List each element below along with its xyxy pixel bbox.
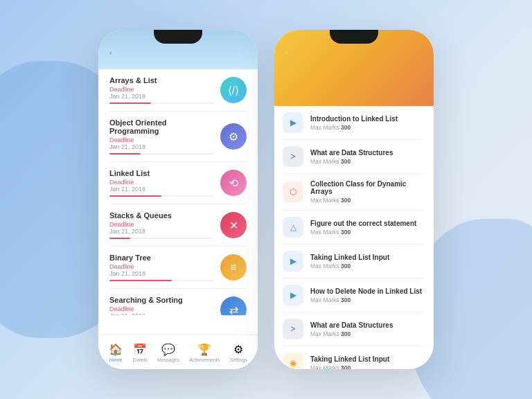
nav-item-achievements[interactable]: 🏆 Achievements <box>189 343 220 362</box>
topic-progress-fill <box>109 195 161 197</box>
topic-date: Jan 21, 2018 <box>109 186 213 193</box>
lesson-title: What are Data Structures <box>310 149 425 157</box>
topic-icon: ⟨/⟩ <box>220 77 247 103</box>
lesson-marks: Max Marks 300 <box>310 197 425 204</box>
back-chevron-left: ‹ <box>109 49 112 57</box>
topic-info: Stacks & Queues Deadline Jan 21, 2018 <box>109 211 213 239</box>
topic-info: Object Oriented Programming Deadline Jan… <box>109 118 213 154</box>
nav-icon: 💬 <box>161 343 175 356</box>
lesson-info: Taking Linked List Input Max Marks 300 <box>310 355 425 370</box>
lesson-item[interactable]: ⬡ Collection Class for Dynamic Arrays Ma… <box>283 174 425 211</box>
topic-name: Searching & Sorting <box>109 296 213 304</box>
lesson-marks: Max Marks 300 <box>310 124 425 131</box>
topic-deadline-label: Deadline <box>109 305 213 312</box>
topic-name: Arrays & List <box>109 76 213 85</box>
nav-item-messages[interactable]: 💬 Messages <box>157 343 179 362</box>
nav-icon: 📅 <box>133 343 147 356</box>
lesson-marks: Max Marks 300 <box>310 296 425 303</box>
topic-info: Linked List Deadline Jan 21, 2018 <box>109 169 213 197</box>
topic-name: Object Oriented Programming <box>109 118 213 135</box>
lessons-list: ▶ Introduction to Linked List Max Marks … <box>274 106 434 369</box>
topic-icon: ⚙ <box>220 123 247 150</box>
lesson-info: Taking Linked List Input Max Marks 300 <box>310 254 425 269</box>
lesson-item[interactable]: > What are Data Structures Max Marks 300 <box>283 140 425 174</box>
topic-progress-bar <box>109 195 213 197</box>
lesson-marks: Max Marks 300 <box>310 229 425 236</box>
lesson-info: What are Data Structures Max Marks 300 <box>310 149 425 165</box>
topic-info: Searching & Sorting Deadline Jan 21, 201… <box>109 296 213 315</box>
lesson-marks: Max Marks 300 <box>310 263 425 269</box>
topic-date: Jan 21, 2018 <box>109 93 213 100</box>
lesson-item[interactable]: ▶ Taking Linked List Input Max Marks 300 <box>283 245 425 278</box>
nav-icon: 🏆 <box>197 343 211 356</box>
lesson-info: How to Delete Node in Linked List Max Ma… <box>310 287 425 303</box>
lesson-item[interactable]: ▶ How to Delete Node in Linked List Max … <box>283 278 425 312</box>
lesson-marks: Max Marks 300 <box>310 158 425 165</box>
topics-list: Arrays & List Deadline Jan 21, 2018 ⟨/⟩ … <box>98 69 258 315</box>
right-phone: ‹ ▶ Introduction to Linked List Max Mark… <box>274 30 434 369</box>
lesson-icon: ⬡ <box>283 181 303 202</box>
lesson-info: Figure out the correct statement Max Mar… <box>310 220 425 236</box>
nav-label: Messages <box>157 357 179 362</box>
nav-label: Achievements <box>189 357 220 362</box>
topic-date: Jan 21, 2018 <box>109 270 213 277</box>
topic-progress-bar <box>109 103 213 104</box>
lesson-marks: Max Marks 300 <box>310 330 425 337</box>
back-link-right[interactable]: ‹ <box>285 49 423 56</box>
lesson-item[interactable]: ◉ Taking Linked List Input Max Marks 300 <box>283 346 425 369</box>
topic-info: Binary Tree Deadline Jan 21, 2018 <box>109 254 213 281</box>
topic-item[interactable]: Stacks & Queues Deadline Jan 21, 2018 ✕ <box>109 204 247 247</box>
lesson-info: Introduction to Linked List Max Marks 30… <box>310 115 425 131</box>
lesson-item[interactable]: > What are Data Structures Max Marks 300 <box>283 312 425 346</box>
lesson-icon: ▶ <box>283 112 303 133</box>
lesson-title: Taking Linked List Input <box>310 254 425 261</box>
topic-name: Linked List <box>109 169 213 177</box>
topic-item[interactable]: Linked List Deadline Jan 21, 2018 ⟲ <box>109 162 247 204</box>
topic-deadline-label: Deadline <box>109 86 213 93</box>
lesson-info: What are Data Structures Max Marks 300 <box>310 321 425 337</box>
topic-item[interactable]: Arrays & List Deadline Jan 21, 2018 ⟨/⟩ <box>109 69 247 112</box>
phone-notch-left <box>154 30 202 44</box>
topic-progress-bar <box>109 238 213 239</box>
topic-item[interactable]: Object Oriented Programming Deadline Jan… <box>109 112 247 162</box>
back-link-left[interactable]: ‹ <box>109 49 247 57</box>
lesson-icon: △ <box>283 217 303 238</box>
lesson-icon: ◉ <box>283 353 303 369</box>
lesson-icon: > <box>283 319 303 339</box>
topic-deadline-label: Deadline <box>109 179 213 186</box>
lesson-title: What are Data Structures <box>310 321 425 329</box>
lesson-marks: Max Marks 300 <box>310 364 425 370</box>
lesson-title: Figure out the correct statement <box>310 220 425 227</box>
back-chevron-right: ‹ <box>285 49 287 56</box>
lesson-item[interactable]: △ Figure out the correct statement Max M… <box>283 211 425 245</box>
lesson-icon: ▶ <box>283 251 303 272</box>
topic-item[interactable]: Binary Tree Deadline Jan 21, 2018 ≡ <box>109 247 247 289</box>
lesson-title: How to Delete Node in Linked List <box>310 287 425 295</box>
bottom-nav: 🏠 Home 📅 Events 💬 Messages 🏆 Achievement… <box>98 335 258 369</box>
lesson-title: Collection Class for Dynamic Arrays <box>310 180 425 195</box>
topic-icon: ⇄ <box>220 296 247 315</box>
topic-date: Jan 21, 2018 <box>109 228 213 235</box>
left-phone: ‹ Arrays & List Deadline Jan 21, 2018 ⟨/… <box>98 30 258 369</box>
topic-name: Binary Tree <box>109 254 213 262</box>
topic-icon: ⟲ <box>220 170 247 196</box>
nav-item-home[interactable]: 🏠 Home <box>109 343 123 362</box>
phones-container: ‹ Arrays & List Deadline Jan 21, 2018 ⟨/… <box>98 30 434 369</box>
topic-name: Stacks & Queues <box>109 211 213 220</box>
lesson-icon: > <box>283 146 303 167</box>
topic-icon: ≡ <box>220 254 247 281</box>
nav-label: Home <box>109 357 123 362</box>
topic-icon: ✕ <box>220 212 247 238</box>
lesson-icon: ▶ <box>283 285 303 305</box>
lesson-title: Taking Linked List Input <box>310 355 425 363</box>
topic-progress-bar <box>109 280 213 281</box>
lesson-info: Collection Class for Dynamic Arrays Max … <box>310 180 425 204</box>
nav-icon: ⚙ <box>233 343 243 356</box>
nav-label: Events <box>132 357 147 362</box>
lesson-item[interactable]: ▶ Introduction to Linked List Max Marks … <box>283 106 425 140</box>
lesson-title: Introduction to Linked List <box>310 115 425 123</box>
nav-item-events[interactable]: 📅 Events <box>132 343 147 362</box>
nav-icon: 🏠 <box>109 343 123 356</box>
nav-item-settings[interactable]: ⚙ Settings <box>230 343 247 362</box>
topic-item[interactable]: Searching & Sorting Deadline Jan 21, 201… <box>109 289 247 315</box>
